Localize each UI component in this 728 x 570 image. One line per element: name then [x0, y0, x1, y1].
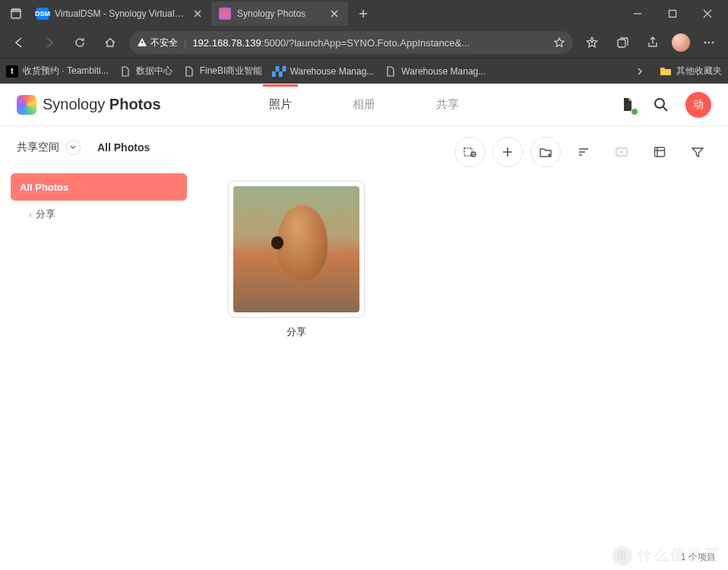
bookmark-item[interactable]: ▞▞Warehouse Manag...	[273, 65, 374, 78]
insecure-warning[interactable]: 不安全	[137, 36, 178, 49]
url-text: 192.168.78.139:5000/?launchApp=SYNO.Foto…	[192, 37, 547, 49]
svg-rect-2	[669, 11, 676, 17]
caret-icon: ›	[29, 211, 31, 219]
collections-button[interactable]	[608, 30, 637, 55]
bookmark-icon: t	[6, 65, 18, 78]
tab-title: Synology Photos	[237, 8, 322, 19]
content-area: 分享 1 个项目 值 什么值得买	[198, 126, 728, 570]
favicon-dsm: DSM	[36, 8, 49, 20]
favorites-button[interactable]	[578, 30, 606, 55]
folder-icon	[660, 65, 672, 78]
select-mode-icon[interactable]	[454, 137, 485, 167]
menu-button[interactable]	[695, 30, 723, 55]
slideshow-button[interactable]	[606, 137, 637, 167]
new-folder-button[interactable]	[530, 137, 561, 167]
content-toolbar	[213, 137, 713, 167]
bookmark-item[interactable]: FineBI商业智能	[183, 65, 263, 78]
tab-title: VirtualDSM - Synology VirtualDS	[55, 8, 185, 19]
upload-status-icon[interactable]	[619, 96, 637, 114]
app-body: 共享空间 All Photos All Photos › 分享	[0, 126, 728, 570]
browser-chrome: DSM VirtualDSM - Synology VirtualDS Syno…	[0, 0, 728, 84]
photo-grid: 分享	[213, 181, 713, 339]
favicon-photos	[219, 8, 231, 20]
space-selector-dropdown[interactable]	[65, 140, 81, 155]
nav-tabs: 照片 相册 共享	[263, 85, 465, 124]
close-window-button[interactable]	[690, 2, 725, 26]
add-button[interactable]	[492, 137, 523, 167]
svg-point-6	[712, 42, 714, 44]
user-avatar[interactable]: 动	[685, 92, 711, 118]
thumbnail-frame	[228, 181, 365, 318]
home-button[interactable]	[96, 30, 125, 55]
folder-thumbnail[interactable]: 分享	[228, 181, 365, 339]
logo-icon	[17, 95, 36, 115]
page-icon	[385, 65, 397, 78]
other-bookmarks[interactable]: 其他收藏夹	[660, 65, 722, 78]
sidebar-header: 共享空间 All Photos	[11, 140, 187, 155]
svg-rect-11	[655, 147, 665, 157]
search-icon[interactable]	[652, 96, 670, 114]
bookmark-item[interactable]: 数据中心	[119, 65, 173, 78]
logo-text: Synology Photos	[43, 96, 161, 113]
close-tab-icon[interactable]	[191, 8, 204, 20]
reload-button[interactable]	[65, 30, 94, 55]
svg-point-7	[655, 99, 664, 108]
tree-item-share[interactable]: › 分享	[11, 201, 187, 228]
filter-button[interactable]	[682, 137, 713, 167]
status-bar: 1 个项目	[681, 551, 716, 564]
maximize-button[interactable]	[655, 2, 690, 26]
thumbnail-image	[233, 186, 359, 312]
svg-point-5	[708, 42, 711, 44]
header-actions: 动	[619, 92, 711, 118]
close-tab-icon[interactable]	[328, 8, 340, 20]
browser-tab-virtualdsm[interactable]: DSM VirtualDSM - Synology VirtualDS	[29, 2, 211, 26]
tab-list-button[interactable]	[3, 3, 29, 24]
share-button[interactable]	[638, 30, 667, 55]
view-mode-button[interactable]	[644, 137, 675, 167]
insecure-label: 不安全	[150, 36, 178, 49]
tab-share[interactable]: 共享	[430, 85, 465, 124]
new-tab-button[interactable]	[353, 3, 374, 24]
svg-point-4	[704, 42, 707, 44]
folder-tree: All Photos › 分享	[11, 173, 187, 228]
tree-root-all-photos[interactable]: All Photos	[11, 173, 187, 201]
bookmarks-overflow-icon[interactable]	[631, 59, 649, 84]
forward-button[interactable]	[35, 30, 64, 55]
sort-button[interactable]	[568, 137, 599, 167]
bookmark-item[interactable]: Warehouse Manag...	[385, 65, 486, 78]
tab-albums[interactable]: 相册	[347, 85, 381, 124]
address-bar-row: 不安全 | 192.168.78.139:5000/?launchApp=SYN…	[0, 27, 728, 58]
tab-photos[interactable]: 照片	[263, 85, 298, 124]
status-badge-icon	[631, 108, 638, 116]
minimize-button[interactable]	[620, 2, 655, 26]
browser-tab-synology-photos[interactable]: Synology Photos	[211, 2, 348, 26]
address-bar[interactable]: 不安全 | 192.168.78.139:5000/?launchApp=SYN…	[129, 31, 573, 54]
space-selector-label: 共享空间	[17, 141, 59, 154]
window-controls	[620, 2, 725, 26]
titlebar: DSM VirtualDSM - Synology VirtualDS Syno…	[0, 0, 728, 27]
app-logo[interactable]: Synology Photos	[17, 95, 161, 115]
tab-group: DSM VirtualDSM - Synology VirtualDS Syno…	[29, 0, 620, 27]
synology-photos-app: Synology Photos 照片 相册 共享 动 共享空间	[0, 84, 728, 570]
bookmark-item[interactable]: t收货预约 · Teambiti...	[6, 65, 109, 78]
back-button[interactable]	[5, 30, 33, 55]
app-header: Synology Photos 照片 相册 共享 动	[0, 84, 728, 126]
wms-icon: ▞▞	[273, 65, 285, 78]
bookmarks-bar: t收货预约 · Teambiti... 数据中心 FineBI商业智能 ▞▞Wa…	[0, 58, 728, 84]
profile-avatar[interactable]	[672, 33, 690, 52]
sidebar: 共享空间 All Photos All Photos › 分享	[0, 126, 198, 570]
watermark-badge: 值	[612, 546, 632, 565]
svg-rect-3	[618, 40, 625, 47]
thumbnail-label: 分享	[228, 325, 365, 339]
page-icon	[183, 65, 195, 78]
favorite-icon[interactable]	[553, 36, 565, 49]
breadcrumb[interactable]: All Photos	[97, 141, 150, 154]
svg-rect-1	[11, 9, 21, 12]
page-icon	[119, 65, 131, 78]
